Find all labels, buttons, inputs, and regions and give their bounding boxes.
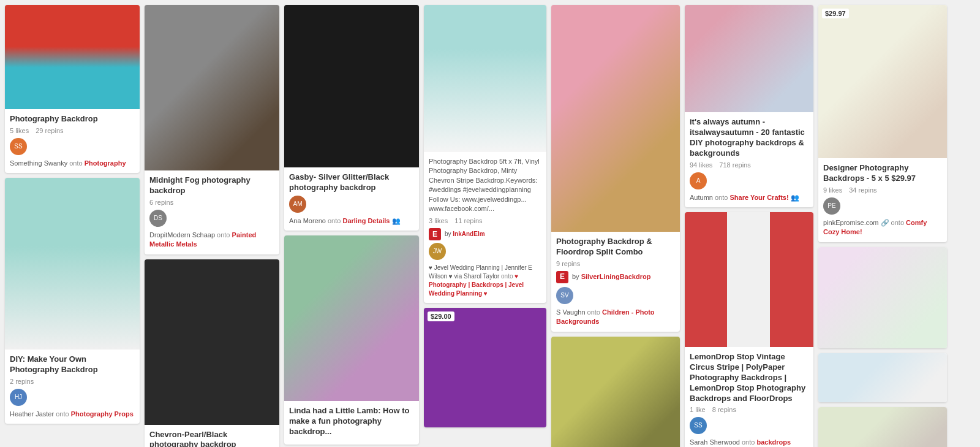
pin-info: Photography Backdrop & Floordrop Split C… xyxy=(551,232,680,332)
pin-card[interactable] xyxy=(818,353,947,402)
pin-info: Midnight Fog photography backdrop 6 repi… xyxy=(145,170,279,254)
column-7: $29.97 Designer Photography Backdrops - … xyxy=(818,5,947,447)
pin-title: Photography Backdrop & Floordrop Split C… xyxy=(556,237,675,258)
likes-count: 5 likes xyxy=(10,127,29,134)
pin-image xyxy=(145,5,279,170)
pin-card[interactable] xyxy=(818,407,947,447)
pinner-name: Autumn onto Share Your Crafts! 👥 xyxy=(690,193,799,202)
board-link[interactable]: Photography xyxy=(85,159,126,167)
pin-title: DIY: Make Your Own Photography Backdrop xyxy=(10,354,135,375)
pin-description: Photography Backdrop 5ft x 7ft, Vinyl Ph… xyxy=(429,157,541,213)
column-1: Photography Backdrop 5 likes 29 repins S… xyxy=(5,5,140,424)
pin-card[interactable]: Photography Backdrop 5 likes 29 repins S… xyxy=(5,5,140,173)
pin-image xyxy=(818,407,947,447)
pin-attribution-2: JW ♥ Jevel Wedding Planning | Jennifer E… xyxy=(429,243,541,298)
repins-count: 6 repins xyxy=(149,199,173,206)
avatar-e-badge: E xyxy=(556,271,568,283)
avatar: JW xyxy=(429,243,446,260)
avatar: SS xyxy=(10,138,27,155)
pinner-name: pinkEpromise.com 🔗 onto Comfy Cozy Home! xyxy=(823,218,942,237)
pin-card[interactable] xyxy=(551,337,680,447)
pin-stats: 2 repins xyxy=(10,378,135,385)
pin-image xyxy=(284,235,419,401)
pin-attribution-2: SV S Vaughn onto Children - Photo Backgr… xyxy=(556,287,675,327)
repins-count: 11 repins xyxy=(454,217,482,224)
pin-title: LemonDrop Stop Vintage Circus Stripe | P… xyxy=(690,352,809,403)
board-link[interactable]: Darling Details 👥 xyxy=(342,217,400,224)
board-link[interactable]: Share Your Crafts! 👥 xyxy=(729,194,799,201)
pin-card[interactable]: $29.97 Designer Photography Backdrops - … xyxy=(818,5,947,242)
avatar: SV xyxy=(556,287,573,304)
avatar: PE xyxy=(823,197,840,215)
board-link[interactable]: Children - Photo Backgrounds xyxy=(556,308,655,325)
repins-count: 8 repins xyxy=(712,406,736,413)
board-link[interactable]: backdrops floors props and ... xyxy=(690,438,791,447)
pin-card[interactable]: DIY: Make Your Own Photography Backdrop … xyxy=(5,178,140,424)
pin-image xyxy=(685,212,813,347)
pin-card[interactable]: Gasby- Silver Glitter/Black photography … xyxy=(284,5,419,231)
pinner-name: by InkAndElm xyxy=(445,230,485,239)
pin-card[interactable] xyxy=(818,247,947,348)
pin-title: Chevron-Pearl/Black photography backdrop xyxy=(149,430,274,447)
pin-stats: 1 like 8 repins xyxy=(690,406,809,413)
pinner-name: by SilverLiningBackdrop xyxy=(572,272,650,281)
pin-card[interactable]: $29.00 xyxy=(424,308,546,427)
pin-image xyxy=(284,5,419,167)
pinner-name: Sarah Sherwood onto backdrops floors pro… xyxy=(690,438,809,447)
likes-count: 9 likes xyxy=(823,186,842,194)
avatar: HJ xyxy=(10,389,27,406)
pin-image xyxy=(818,247,947,348)
pinner-link[interactable]: InkAndElm xyxy=(453,231,484,237)
board-link[interactable]: Comfy Cozy Home! xyxy=(823,219,927,235)
pin-card[interactable]: Photography Backdrop & Floordrop Split C… xyxy=(551,5,680,332)
repins-count: 718 repins xyxy=(719,161,750,169)
board-link[interactable]: Photography Props xyxy=(71,410,134,418)
pin-attribution: SS Something Swanky onto Photography xyxy=(10,138,135,168)
pin-info: Chevron-Pearl/Black photography backdrop xyxy=(145,425,279,447)
pinner-name-2: S Vaughn onto Children - Photo Backgroun… xyxy=(556,308,675,327)
pin-stats: 9 repins xyxy=(556,260,675,267)
pinner-link[interactable]: SilverLiningBackdrop xyxy=(581,273,651,280)
pin-info: Photography Backdrop 5 likes 29 repins S… xyxy=(5,109,140,173)
pin-stats: 9 likes 34 repins xyxy=(823,186,942,194)
pin-card[interactable]: LemonDrop Stop Vintage Circus Stripe | P… xyxy=(685,212,813,447)
repins-count: 29 repins xyxy=(36,127,63,134)
pinner-name: Something Swanky onto Photography xyxy=(10,159,126,168)
likes-count: 94 likes xyxy=(690,161,712,169)
column-5: Photography Backdrop & Floordrop Split C… xyxy=(551,5,680,447)
board-grid: Photography Backdrop 5 likes 29 repins S… xyxy=(0,0,980,447)
pin-image: $29.00 xyxy=(424,308,546,427)
pinner-name: Heather Jaster onto Photography Props xyxy=(10,410,134,419)
pin-info: Photography Backdrop 5ft x 7ft, Vinyl Ph… xyxy=(424,152,546,303)
pin-image xyxy=(424,5,546,152)
repins-count: 2 repins xyxy=(10,378,34,385)
avatar: SS xyxy=(690,417,707,434)
column-6: it's always autumn - itsalwaysautumn - 2… xyxy=(685,5,813,447)
column-4: Photography Backdrop 5ft x 7ft, Vinyl Ph… xyxy=(424,5,546,427)
pin-stats: 6 repins xyxy=(149,199,274,206)
pinner-name-2: ♥ Jevel Wedding Planning | Jennifer E Wi… xyxy=(429,264,541,298)
pin-card[interactable]: it's always autumn - itsalwaysautumn - 2… xyxy=(685,5,813,207)
pin-card[interactable]: Midnight Fog photography backdrop 6 repi… xyxy=(145,5,279,254)
pin-title: Midnight Fog photography backdrop xyxy=(149,175,274,196)
pin-info: Linda had a Little Lamb: How to make a f… xyxy=(284,401,419,445)
pin-attribution: HJ Heather Jaster onto Photography Props xyxy=(10,389,135,419)
pin-attribution: E by InkAndElm xyxy=(429,228,541,240)
column-3: Gasby- Silver Glitter/Black photography … xyxy=(284,5,419,445)
pin-attribution: E by SilverLiningBackdrop xyxy=(556,271,675,283)
pin-info: Designer Photography Backdrops - 5 x 5 $… xyxy=(818,158,947,242)
pin-title: Photography Backdrop xyxy=(10,114,135,124)
pin-title: Gasby- Silver Glitter/Black photography … xyxy=(289,172,414,193)
pin-card[interactable]: Linda had a Little Lamb: How to make a f… xyxy=(284,235,419,445)
pin-info: DIY: Make Your Own Photography Backdrop … xyxy=(5,350,140,424)
pin-stats: 94 likes 718 repins xyxy=(690,161,809,169)
pin-card[interactable]: Photography Backdrop 5ft x 7ft, Vinyl Ph… xyxy=(424,5,546,303)
avatar: A xyxy=(690,172,707,189)
repins-count: 9 repins xyxy=(556,260,580,267)
pin-card[interactable]: Chevron-Pearl/Black photography backdrop xyxy=(145,259,279,447)
avatar: AM xyxy=(289,196,306,213)
pin-attribution: AM Ana Moreno onto Darling Details 👥 xyxy=(289,196,414,226)
board-link[interactable]: Painted Metallic Metals xyxy=(149,231,256,248)
avatar-e-badge: E xyxy=(429,228,441,240)
pin-attribution: PE pinkEpromise.com 🔗 onto Comfy Cozy Ho… xyxy=(823,197,942,237)
